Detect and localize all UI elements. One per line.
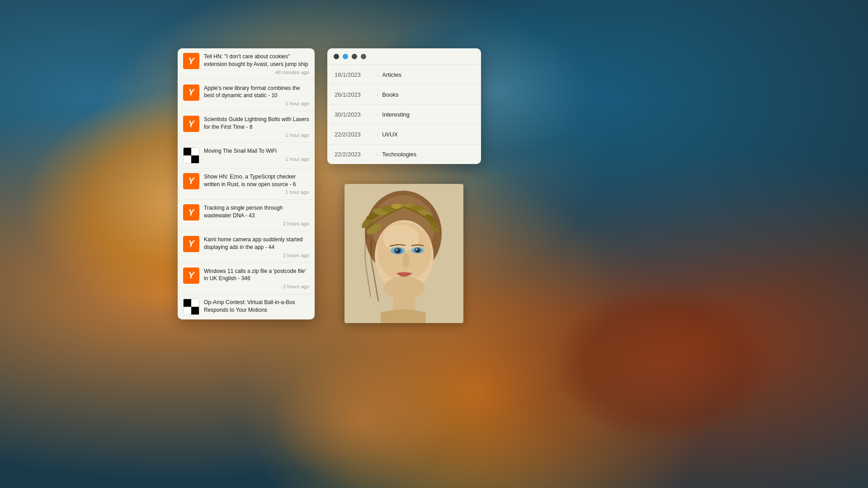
hn-item-content: Op-Amp Contest: Virtual Ball-in-a-Box Re…	[204, 299, 309, 314]
reading-date: 26/1/2023	[335, 91, 373, 98]
hn-item-content: Apple's new library format combines the …	[204, 84, 309, 107]
reading-date: 16/1/2023	[335, 71, 373, 78]
reading-date: 30/1/2023	[335, 111, 373, 118]
hn-icon-orange: Y	[183, 267, 199, 284]
reading-category: Articles	[382, 71, 401, 78]
hn-item-title: Show HN: Ezno, a TypeScript checker writ…	[204, 173, 309, 188]
reading-date: 22/2/2023	[335, 131, 373, 138]
hn-item-time: 48 minutes ago	[204, 70, 309, 75]
reading-titlebar	[327, 48, 481, 65]
hn-item-2[interactable]: Y Apple's new library format combines th…	[178, 80, 315, 112]
reading-item-0[interactable]: 16/1/2023 - Articles	[327, 65, 481, 85]
hn-item-title: Moving The Snail Mail To WiFi	[204, 147, 309, 155]
hn-news-panel: Y Tell HN: "I don't care about cookies" …	[178, 48, 315, 319]
reading-category: UI/UX	[382, 131, 398, 138]
hn-item-title: Kami home camera app suddenly started di…	[204, 236, 309, 251]
hn-item-time: 1 hour ago	[204, 189, 309, 195]
reading-item-1[interactable]: 26/1/2023 - Books	[327, 85, 481, 105]
hn-item-6[interactable]: Y Tracking a single person through waste…	[178, 200, 315, 231]
reading-separator: -	[377, 91, 378, 98]
hn-item-title: Windows 11 calls a zip file a 'postcode …	[204, 267, 309, 283]
reading-list-panel: 16/1/2023 - Articles 26/1/2023 - Books 3…	[327, 48, 481, 164]
hn-item-content: Moving The Snail Mail To WiFi 1 hour ago	[204, 147, 309, 162]
hn-item-time: 2 hours ago	[204, 284, 309, 289]
hn-item-time: 1 hour ago	[204, 101, 309, 106]
hn-item-time: 2 hours ago	[204, 253, 309, 258]
reading-separator: -	[377, 111, 378, 118]
hn-icon-orange: Y	[183, 84, 199, 101]
svg-point-9	[396, 249, 398, 251]
reading-item-2[interactable]: 30/1/2023 - Interesting	[327, 105, 481, 125]
minimize-dot[interactable]	[343, 54, 348, 59]
reading-date: 22/2/2023	[335, 151, 373, 158]
hn-icon-orange: Y	[183, 53, 199, 69]
reading-separator: -	[377, 131, 378, 138]
hn-item-content: Show HN: Ezno, a TypeScript checker writ…	[204, 173, 309, 195]
classical-painting	[344, 184, 463, 323]
hn-item-4[interactable]: Moving The Snail Mail To WiFi 1 hour ago	[178, 143, 315, 169]
hn-item-time: 1 hour ago	[204, 156, 309, 162]
hn-icon-bw	[183, 299, 199, 315]
hn-item-title: Apple's new library format combines the …	[204, 84, 309, 100]
hn-item-9[interactable]: Op-Amp Contest: Virtual Ball-in-a-Box Re…	[178, 294, 315, 319]
cloud-3	[552, 285, 778, 443]
reading-item-4[interactable]: 22/2/2023 - Technologies	[327, 145, 481, 164]
hn-item-8[interactable]: Y Windows 11 calls a zip file a 'postcod…	[178, 263, 315, 295]
hn-item-3[interactable]: Y Scientists Guide Lightning Bolts with …	[178, 111, 315, 143]
reading-category: Books	[382, 91, 398, 98]
hn-item-time: 1 hour ago	[204, 132, 309, 138]
hn-item-content: Kami home camera app suddenly started di…	[204, 236, 309, 258]
painting-content	[344, 184, 463, 323]
hn-item-title: Scientists Guide Lightning Bolts with La…	[204, 116, 309, 131]
hn-item-7[interactable]: Y Kami home camera app suddenly started …	[178, 231, 315, 263]
svg-point-13	[416, 249, 418, 250]
close-dot[interactable]	[334, 54, 339, 59]
hn-item-1[interactable]: Y Tell HN: "I don't care about cookies" …	[178, 48, 315, 80]
reading-category: Interesting	[382, 111, 410, 118]
hn-item-content: Windows 11 calls a zip file a 'postcode …	[204, 267, 309, 290]
hn-item-title: Tell HN: "I don't care about cookies" ex…	[204, 53, 309, 68]
reading-item-3[interactable]: 22/2/2023 - UI/UX	[327, 125, 481, 145]
hn-icon-bw	[183, 147, 199, 164]
hn-icon-orange: Y	[183, 204, 199, 221]
svg-point-8	[396, 249, 400, 253]
hn-item-content: Tell HN: "I don't care about cookies" ex…	[204, 53, 309, 75]
hn-icon-orange: Y	[183, 236, 199, 252]
hn-item-time: 2 hours ago	[204, 221, 309, 226]
reading-separator: -	[377, 71, 378, 78]
hn-item-content: Tracking a single person through wastewa…	[204, 204, 309, 226]
hn-item-title: Op-Amp Contest: Virtual Ball-in-a-Box Re…	[204, 299, 309, 314]
hn-item-title: Tracking a single person through wastewa…	[204, 204, 309, 220]
hn-item-content: Scientists Guide Lightning Bolts with La…	[204, 116, 309, 138]
reading-list: 16/1/2023 - Articles 26/1/2023 - Books 3…	[327, 65, 481, 164]
hn-icon-orange: Y	[183, 116, 199, 132]
extra-dot[interactable]	[361, 54, 366, 59]
zoom-dot[interactable]	[352, 54, 357, 59]
hn-item-5[interactable]: Y Show HN: Ezno, a TypeScript checker wr…	[178, 169, 315, 200]
reading-category: Technologies	[382, 151, 416, 158]
hn-icon-orange: Y	[183, 173, 199, 189]
cloud-4	[271, 352, 452, 488]
reading-separator: -	[377, 151, 378, 158]
